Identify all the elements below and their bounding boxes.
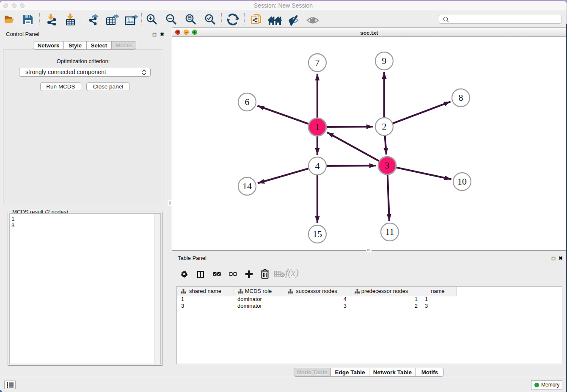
svg-text:4: 4 [315,160,320,171]
svg-text:14: 14 [242,181,252,191]
svg-text:9: 9 [382,55,387,66]
svg-text:3: 3 [385,160,390,171]
svg-text:1: 1 [315,121,320,132]
svg-text:10: 10 [457,176,467,187]
svg-text:7: 7 [315,57,320,68]
svg-text:15: 15 [313,229,322,239]
svg-text:11: 11 [385,226,394,237]
svg-text:6: 6 [245,97,250,107]
svg-text:8: 8 [459,92,463,103]
svg-text:2: 2 [382,121,387,132]
